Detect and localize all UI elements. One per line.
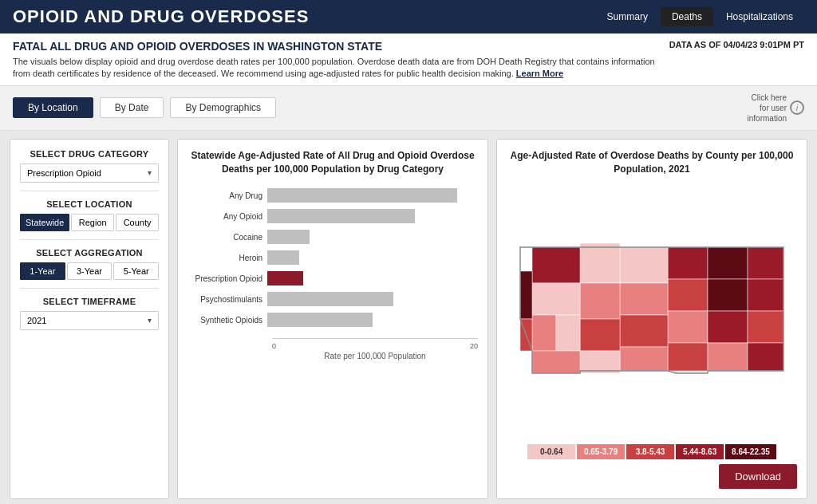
nav-deaths[interactable]: Deaths (661, 7, 713, 26)
svg-rect-18 (580, 319, 620, 351)
legend-item-4: 5.44-8.63 (676, 444, 724, 459)
bar-row: Synthetic Opioids (187, 313, 478, 327)
nav-hospitalizations[interactable]: Hospitalizations (715, 7, 804, 26)
drug-category-dropdown[interactable]: Prescription Opioid ▾ (20, 163, 159, 183)
location-region[interactable]: Region (71, 214, 114, 231)
tab-by-demographics[interactable]: By Demographics (170, 97, 276, 118)
bar-fill (267, 209, 415, 223)
bar-track (267, 209, 478, 223)
tabs-row: By Location By Date By Demographics Clic… (0, 86, 817, 131)
bar-track (267, 313, 478, 327)
download-button[interactable]: Download (719, 464, 797, 489)
axis-label: Rate per 100,000 Population (187, 352, 478, 360)
nav-summary[interactable]: Summary (596, 7, 659, 26)
data-date: DATA AS OF 04/04/23 9:01PM PT (661, 40, 804, 49)
bar-fill (267, 292, 393, 306)
axis-line (272, 338, 478, 339)
aggregation-btn-group: 1-Year 3-Year 5-Year (20, 262, 159, 280)
map-legend: 0-0.64 0.65-3.79 3.8-5.43 5.44-8.63 8.64… (507, 444, 797, 459)
header-nav: Summary Deaths Hospitalizations (596, 7, 804, 26)
legend-item-2: 0.65-3.79 (577, 444, 625, 459)
chart-axis: 0 20 (187, 342, 478, 350)
learn-more-link[interactable]: Learn More (516, 69, 563, 78)
location-btn-group: Statewide Region County (20, 214, 159, 231)
legend-item-5: 8.64-22.35 (725, 444, 776, 459)
timeframe-value: 2021 (27, 316, 46, 325)
timeframe-label: SELECT TIMEFRAME (20, 297, 159, 306)
bar-fill (267, 250, 299, 265)
sub-header: FATAL ALL DRUG AND OPIOID OVERDOSES IN W… (0, 33, 817, 86)
svg-rect-11 (748, 343, 783, 371)
svg-rect-10 (708, 343, 748, 371)
bar-fill (267, 230, 310, 244)
svg-rect-19 (580, 351, 620, 373)
bar-track (267, 250, 478, 265)
info-hint[interactable]: Click herefor userinformation i (748, 93, 804, 124)
bar-row: Cocaine (187, 230, 478, 244)
bar-label: Psychostimulants (187, 295, 267, 304)
location-label: SELECT LOCATION (20, 199, 159, 209)
svg-rect-1 (708, 247, 748, 279)
bar-label: Prescription Opioid (187, 274, 267, 283)
svg-rect-23 (556, 315, 580, 351)
dropdown-arrow-icon: ▾ (148, 168, 152, 177)
location-county[interactable]: County (116, 214, 159, 231)
svg-rect-13 (620, 283, 668, 315)
aggregation-label: SELECT AGGREGATION (20, 248, 159, 258)
bar-row: Any Opioid (187, 209, 478, 223)
svg-rect-7 (708, 311, 748, 343)
agg-3year[interactable]: 3-Year (67, 262, 112, 280)
bar-track (267, 188, 478, 203)
tab-by-location[interactable]: By Location (13, 97, 93, 118)
bar-label: Heroin (187, 254, 267, 262)
bar-chart: Any Drug Any Opioid Cocaine (187, 185, 478, 337)
drug-category-label: SELECT DRUG CATEGORY (20, 149, 159, 159)
tab-by-date[interactable]: By Date (100, 97, 164, 118)
bar-track (267, 292, 478, 306)
left-panel: SELECT DRUG CATEGORY Prescription Opioid… (10, 139, 169, 499)
sub-description: The visuals below display opioid and dru… (13, 56, 661, 81)
bar-track (267, 230, 478, 244)
header: OPIOID AND DRUG OVERDOSES Summary Deaths… (0, 0, 817, 33)
bar-row: Heroin (187, 250, 478, 265)
location-statewide[interactable]: Statewide (20, 214, 69, 231)
chart-title: Statewide Age-Adjusted Rate of All Drug … (187, 149, 478, 176)
svg-rect-25 (520, 271, 532, 319)
bar-label: Any Drug (187, 191, 267, 200)
bar-label: Any Opioid (187, 212, 267, 221)
bar-fill-highlight (267, 271, 303, 285)
svg-rect-4 (708, 279, 748, 311)
info-icon[interactable]: i (790, 100, 804, 115)
timeframe-arrow-icon: ▾ (148, 316, 152, 325)
bar-fill (267, 188, 457, 203)
axis-end: 20 (470, 342, 478, 350)
map-title: Age-Adjusted Rate of Overdose Deaths by … (507, 149, 797, 176)
bar-row: Prescription Opioid (187, 271, 478, 285)
bar-label: Synthetic Opioids (187, 316, 267, 325)
sub-title: FATAL ALL DRUG AND OPIOID OVERDOSES IN W… (13, 40, 661, 53)
svg-rect-0 (668, 247, 708, 279)
bar-row: Psychostimulants (187, 292, 478, 306)
agg-1year[interactable]: 1-Year (20, 262, 65, 280)
svg-rect-17 (580, 283, 620, 319)
svg-rect-24 (532, 351, 580, 373)
bar-row: Any Drug (187, 188, 478, 203)
svg-rect-14 (620, 315, 668, 347)
svg-rect-2 (748, 247, 783, 279)
bar-fill (267, 313, 373, 327)
axis-start: 0 (272, 342, 276, 350)
svg-rect-5 (748, 279, 783, 311)
bar-label: Cocaine (187, 233, 267, 242)
legend-item-3: 3.8-5.43 (626, 444, 674, 459)
timeframe-dropdown[interactable]: 2021 ▾ (20, 311, 159, 330)
svg-rect-6 (668, 311, 708, 343)
svg-rect-21 (532, 283, 580, 315)
agg-5year[interactable]: 5-Year (113, 262, 159, 280)
right-panel: Age-Adjusted Rate of Overdose Deaths by … (496, 139, 807, 499)
bar-track (267, 271, 478, 285)
info-hint-text: Click herefor userinformation (748, 93, 787, 124)
drug-category-value: Prescription Opioid (27, 168, 101, 178)
svg-rect-16 (580, 243, 620, 283)
map-area (507, 182, 797, 439)
wa-map (516, 231, 787, 391)
